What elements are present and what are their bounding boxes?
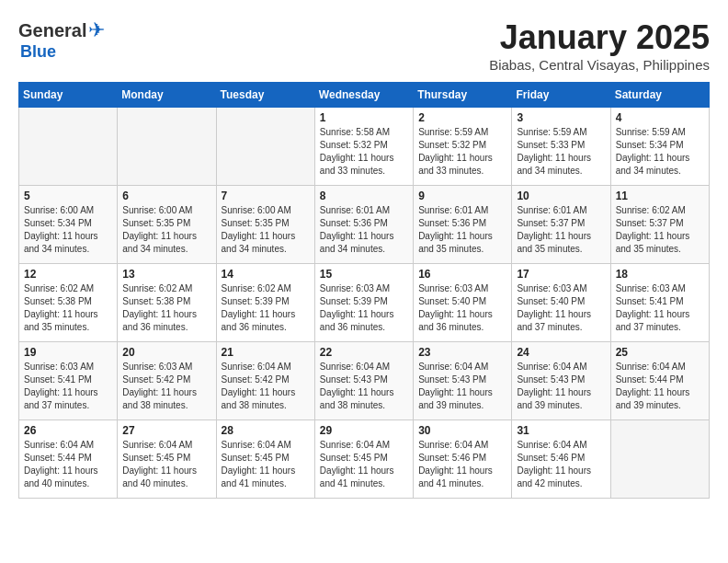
day-info: Sunrise: 6:03 AMSunset: 5:41 PMDaylight:… — [616, 282, 704, 334]
day-number: 1 — [320, 111, 408, 124]
day-number: 5 — [24, 190, 112, 202]
header: General ✈ Blue January 2025 Biabas, Cent… — [18, 18, 710, 73]
day-info: Sunrise: 6:04 AMSunset: 5:45 PMDaylight:… — [222, 439, 310, 490]
day-cell: 1Sunrise: 5:58 AMSunset: 5:32 PMDaylight… — [314, 108, 413, 186]
day-info: Sunrise: 6:00 AMSunset: 5:35 PMDaylight:… — [222, 204, 310, 256]
day-info: Sunrise: 6:04 AMSunset: 5:45 PMDaylight:… — [320, 439, 408, 490]
day-info: Sunrise: 6:04 AMSunset: 5:43 PMDaylight:… — [320, 361, 408, 412]
logo-blue-text: Blue — [20, 42, 56, 62]
day-number: 13 — [122, 268, 210, 281]
day-cell: 9Sunrise: 6:01 AMSunset: 5:36 PMDaylight… — [414, 186, 512, 264]
day-cell: 28Sunrise: 6:04 AMSunset: 5:45 PMDayligh… — [216, 420, 314, 499]
day-cell: 17Sunrise: 6:03 AMSunset: 5:40 PMDayligh… — [512, 264, 610, 342]
day-cell: 11Sunrise: 6:02 AMSunset: 5:37 PMDayligh… — [610, 186, 709, 264]
day-cell: 24Sunrise: 6:04 AMSunset: 5:43 PMDayligh… — [512, 342, 610, 420]
day-number: 9 — [418, 190, 506, 202]
weekday-header-monday: Monday — [118, 83, 216, 108]
day-cell: 10Sunrise: 6:01 AMSunset: 5:37 PMDayligh… — [512, 186, 610, 264]
day-cell: 12Sunrise: 6:02 AMSunset: 5:38 PMDayligh… — [19, 264, 118, 342]
day-info: Sunrise: 6:04 AMSunset: 5:45 PMDaylight:… — [122, 439, 210, 490]
day-number: 22 — [320, 346, 408, 359]
day-cell: 18Sunrise: 6:03 AMSunset: 5:41 PMDayligh… — [610, 264, 709, 342]
day-number: 31 — [517, 424, 605, 437]
day-cell: 27Sunrise: 6:04 AMSunset: 5:45 PMDayligh… — [118, 420, 216, 499]
day-info: Sunrise: 6:04 AMSunset: 5:43 PMDaylight:… — [517, 361, 605, 412]
day-cell: 31Sunrise: 6:04 AMSunset: 5:46 PMDayligh… — [512, 420, 610, 499]
day-number: 7 — [222, 190, 310, 202]
day-number: 15 — [320, 268, 408, 281]
day-info: Sunrise: 5:59 AMSunset: 5:34 PMDaylight:… — [616, 126, 704, 178]
week-row-5: 26Sunrise: 6:04 AMSunset: 5:44 PMDayligh… — [19, 420, 710, 499]
day-cell: 13Sunrise: 6:02 AMSunset: 5:38 PMDayligh… — [118, 264, 216, 342]
day-cell — [610, 420, 709, 499]
day-number: 3 — [517, 111, 605, 124]
day-number: 24 — [517, 346, 605, 359]
day-info: Sunrise: 5:59 AMSunset: 5:32 PMDaylight:… — [418, 126, 506, 178]
day-cell: 30Sunrise: 6:04 AMSunset: 5:46 PMDayligh… — [414, 420, 512, 499]
day-number: 28 — [222, 424, 310, 437]
day-number: 25 — [616, 346, 704, 359]
day-number: 6 — [122, 190, 210, 202]
day-info: Sunrise: 6:03 AMSunset: 5:39 PMDaylight:… — [320, 282, 408, 334]
day-info: Sunrise: 6:01 AMSunset: 5:36 PMDaylight:… — [418, 204, 506, 256]
weekday-header-wednesday: Wednesday — [314, 83, 413, 108]
day-number: 30 — [418, 424, 506, 437]
day-info: Sunrise: 6:04 AMSunset: 5:44 PMDaylight:… — [24, 439, 112, 490]
day-cell: 3Sunrise: 5:59 AMSunset: 5:33 PMDaylight… — [512, 108, 610, 186]
day-number: 27 — [122, 424, 210, 437]
day-cell — [19, 108, 118, 186]
weekday-header-row: SundayMondayTuesdayWednesdayThursdayFrid… — [19, 83, 710, 108]
day-cell: 5Sunrise: 6:00 AMSunset: 5:34 PMDaylight… — [19, 186, 118, 264]
day-cell: 21Sunrise: 6:04 AMSunset: 5:42 PMDayligh… — [216, 342, 314, 420]
week-row-4: 19Sunrise: 6:03 AMSunset: 5:41 PMDayligh… — [19, 342, 710, 420]
day-info: Sunrise: 6:03 AMSunset: 5:40 PMDaylight:… — [517, 282, 605, 334]
day-number: 19 — [24, 346, 112, 359]
day-cell: 14Sunrise: 6:02 AMSunset: 5:39 PMDayligh… — [216, 264, 314, 342]
day-cell: 16Sunrise: 6:03 AMSunset: 5:40 PMDayligh… — [414, 264, 512, 342]
day-info: Sunrise: 6:02 AMSunset: 5:37 PMDaylight:… — [616, 204, 704, 256]
title-block: January 2025 Biabas, Central Visayas, Ph… — [489, 18, 710, 73]
day-cell: 23Sunrise: 6:04 AMSunset: 5:43 PMDayligh… — [414, 342, 512, 420]
day-info: Sunrise: 6:01 AMSunset: 5:37 PMDaylight:… — [517, 204, 605, 256]
week-row-1: 1Sunrise: 5:58 AMSunset: 5:32 PMDaylight… — [19, 108, 710, 186]
day-info: Sunrise: 6:03 AMSunset: 5:41 PMDaylight:… — [24, 361, 112, 412]
day-info: Sunrise: 6:03 AMSunset: 5:42 PMDaylight:… — [122, 361, 210, 412]
day-cell — [118, 108, 216, 186]
day-cell: 29Sunrise: 6:04 AMSunset: 5:45 PMDayligh… — [314, 420, 413, 499]
day-cell: 6Sunrise: 6:00 AMSunset: 5:35 PMDaylight… — [118, 186, 216, 264]
calendar-table: SundayMondayTuesdayWednesdayThursdayFrid… — [18, 82, 710, 499]
logo: General ✈ Blue — [18, 18, 105, 62]
day-number: 16 — [418, 268, 506, 281]
day-info: Sunrise: 6:03 AMSunset: 5:40 PMDaylight:… — [418, 282, 506, 334]
day-number: 17 — [517, 268, 605, 281]
day-info: Sunrise: 6:00 AMSunset: 5:35 PMDaylight:… — [122, 204, 210, 256]
day-info: Sunrise: 6:02 AMSunset: 5:38 PMDaylight:… — [122, 282, 210, 334]
day-number: 2 — [418, 111, 506, 124]
day-info: Sunrise: 6:04 AMSunset: 5:42 PMDaylight:… — [222, 361, 310, 412]
day-cell: 7Sunrise: 6:00 AMSunset: 5:35 PMDaylight… — [216, 186, 314, 264]
day-number: 18 — [616, 268, 704, 281]
day-info: Sunrise: 6:00 AMSunset: 5:34 PMDaylight:… — [24, 204, 112, 256]
day-info: Sunrise: 6:04 AMSunset: 5:43 PMDaylight:… — [418, 361, 506, 412]
week-row-3: 12Sunrise: 6:02 AMSunset: 5:38 PMDayligh… — [19, 264, 710, 342]
day-info: Sunrise: 6:04 AMSunset: 5:46 PMDaylight:… — [517, 439, 605, 490]
day-number: 20 — [122, 346, 210, 359]
day-cell: 22Sunrise: 6:04 AMSunset: 5:43 PMDayligh… — [314, 342, 413, 420]
day-info: Sunrise: 6:04 AMSunset: 5:46 PMDaylight:… — [418, 439, 506, 490]
day-cell: 26Sunrise: 6:04 AMSunset: 5:44 PMDayligh… — [19, 420, 118, 499]
day-cell: 15Sunrise: 6:03 AMSunset: 5:39 PMDayligh… — [314, 264, 413, 342]
day-cell: 4Sunrise: 5:59 AMSunset: 5:34 PMDaylight… — [610, 108, 709, 186]
weekday-header-saturday: Saturday — [610, 83, 709, 108]
day-number: 29 — [320, 424, 408, 437]
logo-bird-icon: ✈ — [88, 18, 105, 42]
day-cell: 8Sunrise: 6:01 AMSunset: 5:36 PMDaylight… — [314, 186, 413, 264]
day-info: Sunrise: 6:04 AMSunset: 5:44 PMDaylight:… — [616, 361, 704, 412]
day-cell — [216, 108, 314, 186]
day-number: 11 — [616, 190, 704, 202]
day-info: Sunrise: 6:01 AMSunset: 5:36 PMDaylight:… — [320, 204, 408, 256]
day-number: 23 — [418, 346, 506, 359]
day-number: 26 — [24, 424, 112, 437]
weekday-header-thursday: Thursday — [414, 83, 512, 108]
day-number: 8 — [320, 190, 408, 202]
day-number: 4 — [616, 111, 704, 124]
